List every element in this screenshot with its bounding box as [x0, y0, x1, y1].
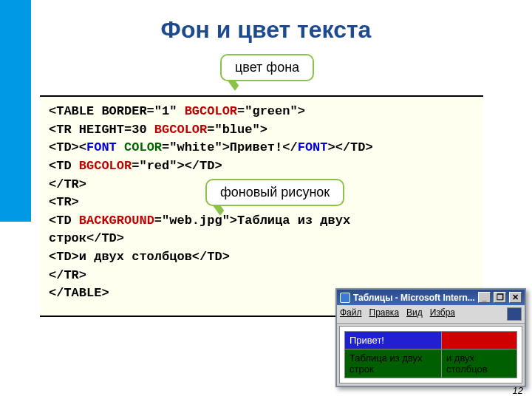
menu-edit[interactable]: Правка — [369, 307, 400, 321]
maximize-button[interactable]: ❐ — [494, 292, 506, 303]
callout-label: цвет фона — [220, 54, 314, 81]
table-cell — [441, 332, 516, 349]
callout-bgcolor: цвет фона — [220, 54, 314, 91]
menubar: Файл Правка Вид Избра — [337, 305, 525, 324]
table-cell: и двух столбцов — [441, 349, 516, 378]
browser-window: Таблицы - Microsoft Intern... _ ❐ ✕ Файл… — [335, 288, 526, 387]
titlebar: Таблицы - Microsoft Intern... _ ❐ ✕ — [337, 290, 525, 305]
callout-background: фоновый рисунок — [205, 179, 344, 216]
page-number: 12 — [513, 385, 523, 396]
browser-content: Привет! Таблица из двух строк и двух сто… — [339, 326, 522, 383]
ie-logo-icon — [507, 307, 522, 321]
menu-file[interactable]: Файл — [340, 307, 362, 321]
ie-icon — [340, 293, 350, 303]
menu-view[interactable]: Вид — [406, 307, 423, 321]
callout-label: фоновый рисунок — [205, 179, 344, 206]
window-title: Таблицы - Microsoft Intern... — [353, 293, 475, 303]
minimize-button[interactable]: _ — [478, 292, 491, 303]
table-cell: Привет! — [345, 332, 442, 349]
close-button[interactable]: ✕ — [509, 292, 522, 303]
table-cell: Таблица из двух строк — [345, 349, 442, 378]
demo-table: Привет! Таблица из двух строк и двух сто… — [344, 331, 517, 378]
menu-fav[interactable]: Избра — [430, 307, 455, 321]
page-title: Фон и цвет текста — [0, 16, 532, 44]
